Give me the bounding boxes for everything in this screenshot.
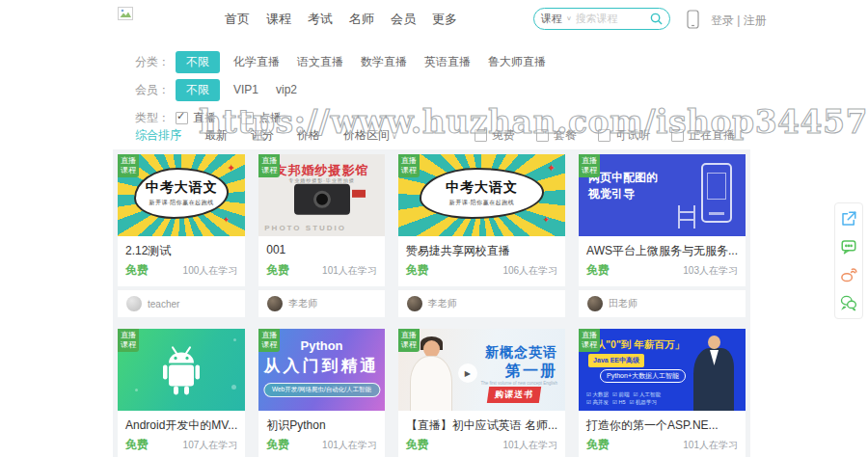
checkbox-icon[interactable] [671,129,684,142]
sort-price[interactable]: 价格 [297,127,320,144]
course-price: 免费 [586,437,610,453]
cover-title-text: 中考大语文 [146,179,218,197]
checkbox-checked-icon[interactable] [176,112,188,124]
course-cover-image[interactable]: 直播课程 [118,329,245,411]
login-register-link[interactable]: 登录 | 注册 [711,13,767,29]
course-grid: 直播课程 中考大语文新开课·陪你赢在起跑线 2.12测试 免费 100人在学习 … [113,149,750,457]
course-title[interactable]: 赞易捷共享网校直播 [398,236,565,258]
filter-panel: 分类： 不限 化学直播 语文直播 数学直播 英语直播 鲁大师直播 会员： 不限 … [135,51,563,135]
type-checkbox-live[interactable]: 直播 [176,110,216,126]
course-card: 直播课程 中考大语文新开课·陪你赢在起跑线 赞易捷共享网校直播 免费 106人在… [398,154,565,317]
category-option-ludashi[interactable]: 鲁大师直播 [488,54,546,70]
share-icon[interactable] [840,210,857,228]
search-icon[interactable] [650,13,663,25]
course-title[interactable]: 【直播】初中应试英语 名师... [398,411,565,433]
course-card: 直播课程 中考大语文新开课·陪你赢在起跑线 2.12测试 免费 100人在学习 … [118,154,245,317]
checkbox-icon[interactable] [241,112,254,124]
course-title[interactable]: 2.12测试 [118,236,245,258]
nav-links: 首页 课程 考试 名师 会员 更多 [225,0,457,39]
course-price: 免费 [406,437,429,453]
membership-option-all[interactable]: 不限 [176,79,220,101]
filter-checkbox-live-now[interactable]: 正在直播 [671,127,735,144]
course-cover-image[interactable]: 直播课程 友邦婚纱摄影馆专业婚纱摄影·毕业照拍摄PHOTO STUDIO [258,154,385,236]
search-category-select[interactable]: 课程 [541,12,562,26]
filter-checkbox-package[interactable]: 套餐 [536,127,577,144]
type-checkbox-vod[interactable]: 点播 [241,110,282,126]
cover-art-bubble: 中考大语文新开课·陪你赢在起跑线 [420,168,543,219]
broken-image-logo-icon[interactable] [118,7,133,20]
search-box[interactable]: 课程 ∨ 搜索课程 [533,8,670,30]
membership-option-vip2[interactable]: vip2 [276,83,297,96]
mobile-app-icon[interactable] [687,10,699,33]
students-count: 101人在学习 [683,439,738,452]
course-card-main[interactable]: 直播课程 中考大语文新开课·陪你赢在起跑线 赞易捷共享网校直播 免费 106人在… [398,154,565,286]
live-course-badge: 直播课程 [118,154,139,177]
course-title[interactable]: 打造你的第一个ASP.NE... [579,411,746,433]
course-cover-image[interactable]: 直播课程 Python从入门到精通Web开发/网络爬虫/自动化/人工智能 [258,329,385,411]
membership-option-vip1[interactable]: VIP1 [233,83,258,96]
play-button-icon[interactable]: ▶ [458,363,477,383]
navbar: 首页 课程 考试 名师 会员 更多 课程 ∨ 搜索课程 登录 | 注册 [0,0,868,39]
course-card-main[interactable]: 直播课程 ▶新概念英语第一册The first volume of new co… [398,329,565,457]
course-title[interactable]: 初识Python [258,411,385,433]
nav-link-home[interactable]: 首页 [225,11,250,28]
course-card-main[interactable]: 直播课程 Python从入门到精通Web开发/网络爬虫/自动化/人工智能 初识P… [258,329,385,457]
course-meta: 免费 106人在学习 [398,258,565,286]
category-option-english[interactable]: 英语直播 [424,54,471,70]
phone-illustration [701,163,732,223]
course-title[interactable]: 001 [258,236,385,258]
category-option-math[interactable]: 数学直播 [361,54,407,70]
nav-link-more[interactable]: 更多 [432,11,457,28]
course-cover-image[interactable]: 直播课程 ▶新概念英语第一册The first volume of new co… [398,329,565,411]
filter-label-membership: 会员： [135,82,176,98]
course-cover-image[interactable]: 直播课程 「从"0"到 年薪百万」Java EE中高级Python+大数据人工智… [579,329,746,411]
checkbox-icon[interactable] [536,129,549,142]
course-card-main[interactable]: 直播课程 网页中配图的视觉引导 AWS平台上微服务与无服务... 免费 103人… [579,154,746,286]
filter-row-type: 类型： 直播 点播 [135,107,563,128]
course-card-main[interactable]: 直播课程 Android开发中的MV... 免费 107人在学习 [118,329,245,457]
course-price: 免费 [266,262,289,279]
course-cover-image[interactable]: 直播课程 中考大语文新开课·陪你赢在起跑线 [398,154,565,236]
course-title[interactable]: AWS平台上微服务与无服务... [579,236,746,258]
course-title[interactable]: Android开发中的MV... [118,411,245,433]
live-course-badge: 直播课程 [118,329,139,352]
ladder-illustration [678,205,695,228]
course-card-main[interactable]: 直播课程 友邦婚纱摄影馆专业婚纱摄影·毕业照拍摄PHOTO STUDIO 001… [258,154,385,286]
course-meta: 免费 101人在学习 [579,433,746,457]
course-card-main[interactable]: 直播课程 中考大语文新开课·陪你赢在起跑线 2.12测试 免费 100人在学习 [118,154,245,286]
category-option-all[interactable]: 不限 [176,51,220,73]
course-card-main[interactable]: 直播课程 「从"0"到 年薪百万」Java EE中高级Python+大数据人工智… [579,329,746,457]
decor-dot [233,338,236,341]
checkbox-icon[interactable] [475,129,487,142]
category-option-chinese[interactable]: 语文直播 [297,54,343,70]
sort-comprehensive[interactable]: 综合排序 [135,127,181,144]
message-icon[interactable] [840,238,857,255]
teacher-avatar [267,296,283,311]
filter-label-category: 分类： [135,54,176,70]
nav-link-courses[interactable]: 课程 [266,11,291,28]
checkbox-icon[interactable] [598,129,610,142]
teacher-row[interactable]: 田老师 [579,290,746,317]
course-cover-image[interactable]: 直播课程 中考大语文新开课·陪你赢在起跑线 [118,154,245,236]
teacher-row[interactable]: 李老师 [398,290,565,317]
sort-rating[interactable]: 评分 [251,127,274,144]
nav-link-teachers[interactable]: 名师 [349,11,374,28]
nav-link-exams[interactable]: 考试 [308,11,333,28]
cover-feature-tag: ☑ 大数据 [586,391,609,397]
teacher-row[interactable]: 李老师 [258,290,385,317]
wechat-icon[interactable] [840,294,857,311]
course-cover-image[interactable]: 直播课程 网页中配图的视觉引导 [579,154,746,236]
weibo-icon[interactable] [840,266,857,283]
sort-price-range[interactable]: 价格区间∨ [343,127,397,144]
sort-newest[interactable]: 最新 [204,127,228,144]
cover-tag-python: Python+大数据人工智能 [600,369,686,383]
category-option-chemistry[interactable]: 化学直播 [233,54,280,70]
cover-tag-java: Java EE中高级 [588,354,644,367]
search-input[interactable]: 搜索课程 [576,12,646,26]
teacher-row[interactable]: teacher [118,290,245,317]
nav-link-membership[interactable]: 会员 [391,11,416,28]
filter-checkbox-trial[interactable]: 可试听 [598,127,650,144]
filter-checkbox-free[interactable]: 免费 [475,127,515,144]
sort-bar: 综合排序 最新 评分 价格 价格区间∨ 免费 套餐 可试听 正在直播 [135,127,735,144]
students-count: 107人在学习 [183,439,238,452]
